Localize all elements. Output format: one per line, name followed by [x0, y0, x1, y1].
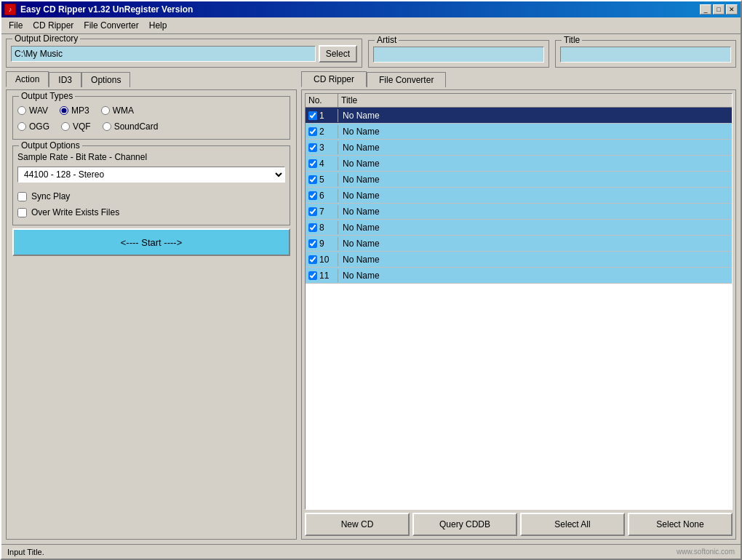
radio-row-1: WAV MP3 WMA — [17, 103, 285, 119]
new-cd-button[interactable]: New CD — [305, 513, 410, 536]
radio-wav[interactable]: WAV — [17, 105, 48, 116]
select-none-button[interactable]: Select None — [628, 513, 733, 536]
track-list-header: No. Title — [306, 94, 732, 108]
content-area: Action ID3 Options Output Types WAV — [6, 71, 736, 540]
track-row[interactable]: 8 No Name — [306, 220, 732, 236]
radio-wav-input[interactable] — [17, 106, 26, 115]
col-no-header: No. — [306, 94, 338, 107]
output-dir-label: Output Directory — [12, 34, 80, 44]
radio-ogg[interactable]: OGG — [17, 121, 49, 132]
radio-wma-label: WMA — [113, 105, 134, 116]
radio-wma-input[interactable] — [101, 106, 110, 115]
track-list-body[interactable]: 1 No Name 2 No Name 3 No Name 4 No Name — [306, 108, 732, 509]
track-row[interactable]: 9 No Name — [306, 236, 732, 252]
track-checkbox[interactable] — [308, 207, 317, 216]
track-number: 4 — [319, 159, 324, 169]
menu-cd-ripper[interactable]: CD Ripper — [28, 19, 78, 32]
menu-help[interactable]: Help — [145, 19, 172, 32]
minimize-button[interactable]: _ — [700, 4, 711, 15]
watermark: www.softonic.com — [677, 548, 735, 556]
track-checkbox[interactable] — [308, 127, 317, 136]
tab-file-converter[interactable]: File Converter — [367, 72, 446, 87]
track-row[interactable]: 5 No Name — [306, 172, 732, 188]
overwrite-checkbox-label[interactable]: Over Write Exists Files — [17, 204, 285, 220]
track-checkbox-cell: 5 — [306, 173, 338, 186]
track-checkbox-cell: 8 — [306, 221, 338, 234]
track-checkbox[interactable] — [308, 191, 317, 200]
window-body: Output Directory Select Artist Title — [1, 34, 741, 544]
track-row[interactable]: 6 No Name — [306, 188, 732, 204]
radio-wav-label: WAV — [29, 105, 48, 116]
select-all-button[interactable]: Select All — [520, 513, 625, 536]
tab-action[interactable]: Action — [6, 71, 49, 87]
restore-button[interactable]: □ — [713, 4, 725, 15]
query-cddb-button[interactable]: Query CDDB — [412, 513, 517, 536]
track-row[interactable]: 2 No Name — [306, 124, 732, 140]
track-checkbox-cell: 10 — [306, 253, 338, 266]
sample-rate-label: Sample Rate - Bit Rate - Channel — [17, 152, 285, 162]
output-dir-group: Output Directory Select — [6, 39, 362, 68]
track-checkbox-cell: 1 — [306, 109, 338, 122]
right-tab-content: No. Title 1 No Name 2 No Name — [301, 89, 736, 540]
artist-group: Artist — [368, 40, 549, 68]
track-checkbox-cell: 3 — [306, 141, 338, 154]
track-checkbox[interactable] — [308, 143, 317, 152]
start-button[interactable]: <---- Start ----> — [12, 228, 290, 256]
track-title: No Name — [338, 109, 732, 122]
menu-file[interactable]: File — [4, 19, 27, 32]
sync-play-checkbox-label[interactable]: Sync Play — [17, 188, 285, 204]
title-buttons: _ □ ✕ — [700, 4, 738, 15]
output-dir-input[interactable] — [11, 46, 316, 62]
title-bar: ♪ Easy CD Ripper v1.32 UnRegister Versio… — [1, 1, 741, 17]
output-options-label: Output Options — [19, 140, 82, 151]
sync-play-checkbox[interactable] — [17, 192, 27, 201]
overwrite-checkbox[interactable] — [17, 208, 27, 217]
track-row[interactable]: 1 No Name — [306, 108, 732, 124]
radio-ogg-input[interactable] — [17, 122, 26, 131]
track-checkbox-cell: 11 — [306, 269, 338, 282]
track-row[interactable]: 10 No Name — [306, 252, 732, 268]
artist-input[interactable] — [373, 47, 544, 63]
radio-vqf[interactable]: VQF — [61, 121, 91, 132]
track-title: No Name — [338, 157, 732, 170]
top-row: Output Directory Select Artist Title — [6, 39, 736, 68]
radio-wma[interactable]: WMA — [101, 105, 134, 116]
track-checkbox[interactable] — [308, 175, 317, 184]
title-bar-left: ♪ Easy CD Ripper v1.32 UnRegister Versio… — [4, 4, 193, 15]
track-title: No Name — [338, 237, 732, 250]
track-checkbox[interactable] — [308, 255, 317, 264]
track-checkbox[interactable] — [308, 111, 317, 120]
track-checkbox[interactable] — [308, 223, 317, 232]
radio-vqf-input[interactable] — [61, 122, 70, 131]
radio-soundcard-input[interactable] — [103, 122, 111, 131]
radio-mp3[interactable]: MP3 — [60, 105, 89, 116]
tab-id3[interactable]: ID3 — [49, 72, 81, 87]
left-tab-content: Output Types WAV MP3 — [6, 89, 297, 540]
title-input[interactable] — [560, 47, 731, 63]
track-number: 11 — [319, 271, 329, 281]
track-row[interactable]: 11 No Name — [306, 268, 732, 284]
select-button[interactable]: Select — [319, 45, 357, 63]
track-row[interactable]: 4 No Name — [306, 156, 732, 172]
right-tab-bar: CD Ripper File Converter — [301, 71, 736, 87]
bottom-buttons: New CD Query CDDB Select All Select None — [305, 513, 733, 536]
track-title: No Name — [338, 189, 732, 202]
track-title: No Name — [338, 269, 732, 282]
radio-mp3-label: MP3 — [71, 105, 89, 116]
menu-file-converter[interactable]: File Converter — [79, 19, 143, 32]
right-panel: CD Ripper File Converter No. Title — [301, 71, 736, 540]
track-checkbox[interactable] — [308, 239, 317, 248]
track-row[interactable]: 3 No Name — [306, 140, 732, 156]
close-button[interactable]: ✕ — [726, 4, 738, 15]
track-checkbox-cell: 6 — [306, 189, 338, 202]
radio-mp3-input[interactable] — [60, 106, 68, 115]
track-checkbox[interactable] — [308, 159, 317, 168]
radio-soundcard[interactable]: SoundCard — [103, 121, 159, 132]
track-number: 6 — [319, 191, 324, 201]
track-row[interactable]: 7 No Name — [306, 204, 732, 220]
track-checkbox[interactable] — [308, 271, 317, 280]
app-icon: ♪ — [4, 4, 16, 15]
tab-options[interactable]: Options — [81, 72, 130, 87]
sample-rate-select[interactable]: 44100 - 128 - Stereo44100 - 192 - Stereo… — [17, 167, 285, 183]
tab-cd-ripper[interactable]: CD Ripper — [301, 71, 367, 87]
